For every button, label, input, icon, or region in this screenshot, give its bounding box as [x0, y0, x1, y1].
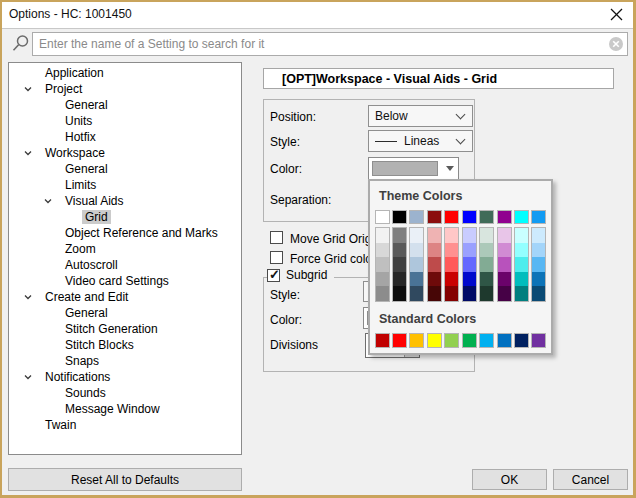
theme-variant-swatch[interactable]: [393, 257, 406, 272]
tree-item-message-window[interactable]: Message Window: [9, 401, 241, 417]
theme-variant-swatch[interactable]: [428, 228, 441, 243]
theme-variant-swatch[interactable]: [376, 228, 389, 243]
search-input[interactable]: [32, 32, 628, 56]
theme-variant-swatch[interactable]: [532, 272, 545, 287]
theme-variant-swatch[interactable]: [480, 243, 493, 258]
theme-variant-swatch[interactable]: [376, 272, 389, 287]
theme-color-swatch[interactable]: [514, 210, 529, 224]
tree-item-limits[interactable]: Limits: [9, 177, 241, 193]
theme-color-swatch[interactable]: [479, 210, 494, 224]
theme-variant-swatch[interactable]: [445, 257, 458, 272]
theme-color-swatch[interactable]: [375, 210, 390, 224]
force-grid-color-checkbox[interactable]: [270, 251, 283, 264]
theme-variant-swatch[interactable]: [410, 243, 423, 258]
tree-item-create-and-edit[interactable]: Create and Edit: [9, 289, 241, 305]
reset-all-button[interactable]: Reset All to Defaults: [8, 468, 242, 491]
chevron-down-icon[interactable]: [23, 84, 42, 94]
theme-variant-swatch[interactable]: [445, 243, 458, 258]
tree-item-snaps[interactable]: Snaps: [9, 353, 241, 369]
chevron-down-icon[interactable]: [43, 196, 62, 206]
theme-variant-swatch[interactable]: [515, 228, 528, 243]
theme-variant-swatch[interactable]: [498, 272, 511, 287]
cancel-button[interactable]: Cancel: [553, 469, 628, 490]
theme-variant-swatch[interactable]: [393, 228, 406, 243]
tree-item-general[interactable]: General: [9, 161, 241, 177]
theme-variant-swatch[interactable]: [463, 243, 476, 258]
theme-variant-swatch[interactable]: [498, 243, 511, 258]
theme-variant-swatch[interactable]: [376, 257, 389, 272]
theme-color-swatch[interactable]: [409, 210, 424, 224]
theme-variant-swatch[interactable]: [376, 286, 389, 301]
theme-variant-swatch[interactable]: [515, 272, 528, 287]
tree-item-video-card-settings[interactable]: Video card Settings: [9, 273, 241, 289]
theme-variant-swatch[interactable]: [515, 286, 528, 301]
theme-variant-swatch[interactable]: [480, 286, 493, 301]
theme-variant-swatch[interactable]: [428, 272, 441, 287]
theme-variant-swatch[interactable]: [480, 272, 493, 287]
tree-item-notifications[interactable]: Notifications: [9, 369, 241, 385]
standard-color-swatch[interactable]: [375, 333, 390, 348]
theme-color-swatch[interactable]: [392, 210, 407, 224]
theme-variant-swatch[interactable]: [463, 286, 476, 301]
standard-color-swatch[interactable]: [514, 333, 529, 348]
theme-variant-swatch[interactable]: [498, 228, 511, 243]
standard-color-swatch[interactable]: [462, 333, 477, 348]
tree-item-grid[interactable]: Grid: [9, 209, 241, 225]
theme-color-swatch[interactable]: [531, 210, 546, 224]
theme-variant-swatch[interactable]: [532, 286, 545, 301]
subgrid-toggle[interactable]: Subgrid: [267, 268, 334, 282]
theme-variant-swatch[interactable]: [428, 286, 441, 301]
theme-variant-swatch[interactable]: [445, 272, 458, 287]
theme-variant-swatch[interactable]: [463, 272, 476, 287]
position-dropdown[interactable]: Below: [368, 105, 473, 127]
tree-item-units[interactable]: Units: [9, 113, 241, 129]
theme-variant-swatch[interactable]: [480, 228, 493, 243]
standard-color-swatch[interactable]: [497, 333, 512, 348]
theme-variant-swatch[interactable]: [428, 257, 441, 272]
ok-button[interactable]: OK: [472, 469, 547, 490]
theme-color-swatch[interactable]: [462, 210, 477, 224]
theme-variant-swatch[interactable]: [393, 243, 406, 258]
dropdown-arrow-icon[interactable]: [441, 158, 458, 179]
close-button[interactable]: [602, 3, 630, 26]
tree-item-hotfix[interactable]: Hotfix: [9, 129, 241, 145]
theme-variant-swatch[interactable]: [480, 257, 493, 272]
theme-variant-swatch[interactable]: [532, 257, 545, 272]
chevron-down-icon[interactable]: [23, 148, 42, 158]
tree-item-general[interactable]: General: [9, 97, 241, 113]
theme-variant-swatch[interactable]: [445, 286, 458, 301]
tree-item-stitch-generation[interactable]: Stitch Generation: [9, 321, 241, 337]
tree-item-sounds[interactable]: Sounds: [9, 385, 241, 401]
theme-variant-swatch[interactable]: [428, 243, 441, 258]
theme-variant-swatch[interactable]: [463, 228, 476, 243]
theme-variant-swatch[interactable]: [532, 243, 545, 258]
settings-tree[interactable]: ApplicationProjectGeneralUnitsHotfixWork…: [8, 62, 242, 455]
chevron-down-icon[interactable]: [23, 292, 42, 302]
theme-variant-swatch[interactable]: [498, 286, 511, 301]
subgrid-checkbox[interactable]: [267, 269, 280, 282]
standard-color-swatch[interactable]: [531, 333, 546, 348]
style-dropdown[interactable]: Lineas: [368, 130, 473, 152]
theme-color-swatch[interactable]: [427, 210, 442, 224]
theme-variant-swatch[interactable]: [393, 272, 406, 287]
clear-search-icon[interactable]: [608, 36, 624, 55]
move-grid-origin-checkbox[interactable]: [270, 231, 283, 244]
theme-variant-swatch[interactable]: [393, 286, 406, 301]
theme-variant-swatch[interactable]: [410, 257, 423, 272]
theme-variant-swatch[interactable]: [498, 257, 511, 272]
tree-item-stitch-blocks[interactable]: Stitch Blocks: [9, 337, 241, 353]
theme-variant-swatch[interactable]: [376, 243, 389, 258]
standard-color-swatch[interactable]: [444, 333, 459, 348]
theme-variant-swatch[interactable]: [515, 257, 528, 272]
standard-color-swatch[interactable]: [479, 333, 494, 348]
theme-variant-swatch[interactable]: [410, 286, 423, 301]
grid-color-dropdown[interactable]: [368, 157, 459, 180]
theme-variant-swatch[interactable]: [410, 272, 423, 287]
tree-item-general[interactable]: General: [9, 305, 241, 321]
tree-item-visual-aids[interactable]: Visual Aids: [9, 193, 241, 209]
theme-color-swatch[interactable]: [444, 210, 459, 224]
tree-item-application[interactable]: Application: [9, 65, 241, 81]
theme-variant-swatch[interactable]: [410, 228, 423, 243]
standard-color-swatch[interactable]: [427, 333, 442, 348]
tree-item-project[interactable]: Project: [9, 81, 241, 97]
